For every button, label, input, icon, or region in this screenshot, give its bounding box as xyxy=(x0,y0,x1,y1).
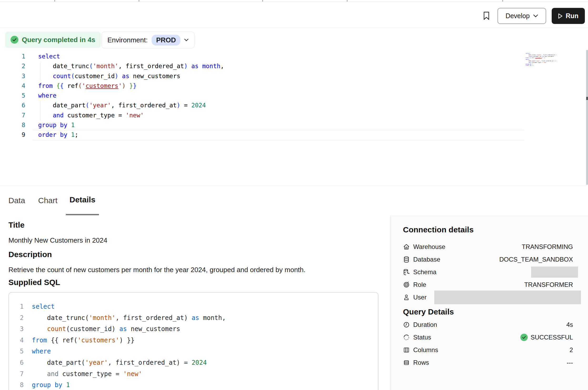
tab-details[interactable]: Details xyxy=(66,186,99,215)
tab-data[interactable]: Data xyxy=(5,186,29,215)
connection-details-panel: Connection details Warehouse TRANSFORMIN… xyxy=(390,215,588,390)
title-value: Monthly New Customers in 2024 xyxy=(8,236,107,244)
row-label: Database xyxy=(413,256,440,263)
tab-separator xyxy=(262,0,263,2)
row-label: Warehouse xyxy=(413,243,445,251)
row-value: TRANSFORMER xyxy=(524,281,573,288)
rows-icon xyxy=(403,359,410,366)
supplied-sql-heading: Supplied SQL xyxy=(8,278,60,287)
line-number: 9 xyxy=(0,130,25,140)
connection-row-schema: Schema xyxy=(403,266,573,278)
row-value: SUCCESSFUL xyxy=(531,334,573,341)
row-label: Columns xyxy=(413,346,438,354)
query-row-duration: Duration 4s xyxy=(403,318,573,331)
line-number: 3 xyxy=(0,71,25,81)
sql-code-line: 1select xyxy=(9,301,378,312)
editor-code-line[interactable]: 7 and customer_type = 'new' xyxy=(0,111,588,120)
description-value: Retrieve the count of new customers per … xyxy=(8,266,306,274)
play-icon xyxy=(558,13,563,19)
environment-selector[interactable]: Environment: PROD xyxy=(101,32,195,48)
toolbar: Develop Run xyxy=(0,2,588,28)
environment-value-chip: PROD xyxy=(152,35,180,46)
sql-code-line: 5where xyxy=(9,346,378,357)
line-number: 3 xyxy=(9,323,24,335)
query-row-columns: Columns 2 xyxy=(403,344,573,356)
tab-separator xyxy=(347,0,347,2)
tab-separator xyxy=(502,0,503,2)
row-label: Rows xyxy=(413,359,429,366)
editor-code-line[interactable]: 5where xyxy=(0,91,588,101)
connection-row-user: User xyxy=(403,291,573,304)
row-value: 2 xyxy=(570,346,573,354)
results-tab-bar: Data Chart Details xyxy=(0,185,588,216)
app-window: Develop Run Query completed in 4s Enviro… xyxy=(0,0,588,390)
row-label: User xyxy=(413,294,427,301)
sql-code-line: 3 count(customer_id) as new_customers xyxy=(9,323,378,335)
description-heading: Description xyxy=(8,250,52,259)
develop-button[interactable]: Develop xyxy=(497,8,546,24)
line-number: 7 xyxy=(9,368,24,380)
row-value: TRANSFORMING xyxy=(522,243,573,251)
title-heading: Title xyxy=(8,221,24,229)
sql-editor[interactable]: 1select2 date_trunc('month', first_order… xyxy=(0,52,588,185)
details-content: Title Monthly New Customers in 2024 Desc… xyxy=(8,215,378,390)
line-number: 4 xyxy=(9,335,24,346)
clock-icon xyxy=(403,321,410,328)
columns-icon xyxy=(403,347,410,353)
sql-code-line: 8group by 1 xyxy=(9,379,378,390)
tab-separator xyxy=(139,0,139,2)
row-label: Status xyxy=(413,334,431,341)
editor-code-line[interactable]: 2 date_trunc('month', first_ordered_at) … xyxy=(0,61,588,71)
editor-scrollbar[interactable] xyxy=(586,50,588,185)
line-number: 2 xyxy=(0,61,25,71)
check-circle-icon xyxy=(520,334,528,341)
supplied-sql-code: 1select2 date_trunc('month', first_order… xyxy=(9,293,378,390)
develop-label: Develop xyxy=(506,12,530,20)
connection-row-role: Role TRANSFORMER xyxy=(403,278,573,291)
tab-separator xyxy=(54,0,55,2)
connection-details-heading: Connection details xyxy=(403,225,474,234)
environment-label: Environment: xyxy=(107,36,148,44)
sql-code-line: 7 and customer_type = 'new' xyxy=(9,368,378,380)
role-icon xyxy=(403,281,410,288)
editor-code-line[interactable]: 9order by 1; xyxy=(0,130,588,140)
line-number: 1 xyxy=(9,301,24,312)
row-label: Role xyxy=(413,281,426,288)
check-circle-icon xyxy=(11,36,18,44)
schema-icon xyxy=(403,269,410,276)
line-number: 5 xyxy=(0,91,25,101)
chevron-down-icon xyxy=(533,14,538,17)
row-label: Schema xyxy=(413,268,436,276)
editor-minimap[interactable]: 1select2 date_trunc('month', first_order… xyxy=(526,53,557,69)
sql-code-line: 6 date_part('year', first_ordered_at) = … xyxy=(9,357,378,368)
status-value: SUCCESSFUL xyxy=(520,334,573,341)
editor-code-line[interactable]: 4from {{ ref('customers') }} xyxy=(0,81,588,91)
line-number: 8 xyxy=(9,379,24,390)
line-number: 2 xyxy=(9,312,24,324)
line-number: 5 xyxy=(9,346,24,357)
run-button[interactable]: Run xyxy=(552,8,585,24)
editor-code-line[interactable]: 3 count(customer_id) as new_customers xyxy=(0,71,588,81)
minimap-line[interactable]: 9order by 1; xyxy=(526,65,557,66)
row-label: Duration xyxy=(413,321,437,328)
user-icon xyxy=(403,294,410,301)
bookmark-icon[interactable] xyxy=(481,10,492,22)
query-row-rows: Rows --- xyxy=(403,356,573,369)
line-number: 4 xyxy=(0,81,25,91)
row-value: DOCS_TEAM_SANDBOX xyxy=(499,256,573,263)
row-value: 4s xyxy=(566,321,573,328)
line-number: 8 xyxy=(0,120,25,130)
line-number: 1 xyxy=(0,52,25,61)
ref-link[interactable]: customers xyxy=(86,82,118,89)
tab-chart[interactable]: Chart xyxy=(34,186,61,215)
editor-code-line[interactable]: 8group by 1 xyxy=(0,120,588,130)
home-icon xyxy=(403,243,410,250)
ref-link[interactable]: customers xyxy=(535,57,542,58)
top-tab-strip xyxy=(0,0,588,2)
editor-code-line[interactable]: 6 date_part('year', first_ordered_at) = … xyxy=(0,101,588,110)
query-row-status: Status SUCCESSFUL xyxy=(403,331,573,344)
editor-code-line[interactable]: 1select xyxy=(0,52,588,61)
query-status-badge: Query completed in 4s xyxy=(5,32,101,48)
connection-row-database: Database DOCS_TEAM_SANDBOX xyxy=(403,253,573,266)
editor-scrollbar-thumb[interactable] xyxy=(586,97,588,100)
